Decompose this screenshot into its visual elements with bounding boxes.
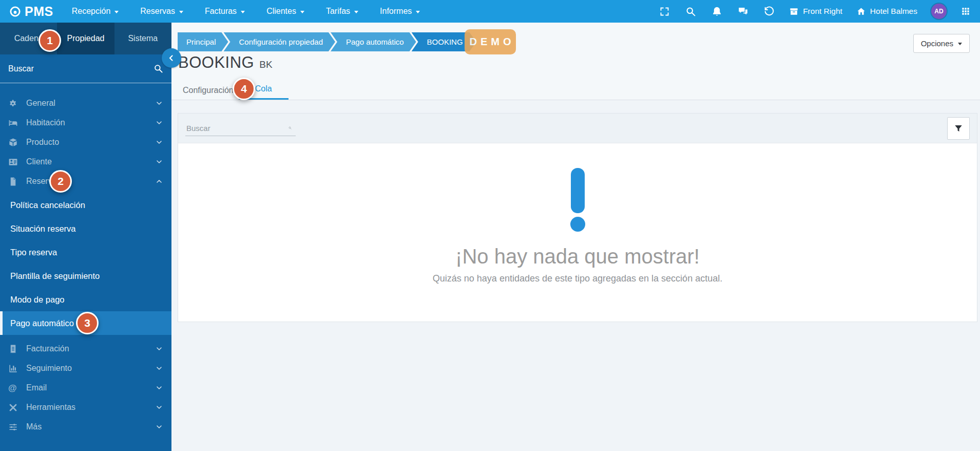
chevron-down-icon bbox=[155, 384, 163, 392]
sidebar-item-mas[interactable]: Más bbox=[0, 417, 171, 437]
options-label: Opciones bbox=[921, 39, 953, 48]
search-icon[interactable] bbox=[684, 5, 697, 17]
sidebar-item-label: Habitación bbox=[26, 118, 155, 127]
sidebar-item-reserva[interactable]: Reserva bbox=[0, 172, 171, 191]
step-annotation-1: 1 bbox=[39, 29, 61, 52]
chevron-down-icon bbox=[300, 11, 304, 13]
app-logo-text: PMS bbox=[25, 4, 53, 19]
sidebar-search-input[interactable] bbox=[8, 64, 153, 73]
breadcrumb-item-configuracion-propiedad[interactable]: Configuración propiedad bbox=[224, 32, 335, 51]
filter-button[interactable] bbox=[947, 117, 970, 140]
breadcrumb-item-pago-automatico[interactable]: Pago automático bbox=[331, 32, 416, 51]
topbar-menu-recepcion[interactable]: Recepción bbox=[72, 7, 119, 16]
topbar-menu-label: Reservas bbox=[140, 7, 175, 16]
sidebar-subitem-tipo-reserva[interactable]: Tipo reserva bbox=[0, 240, 171, 264]
sliders-icon bbox=[8, 422, 22, 432]
sidebar-tab-propiedad[interactable]: Propiedad bbox=[57, 23, 114, 54]
property-selector[interactable]: Hotel Balmes bbox=[856, 7, 917, 16]
chevron-down-icon bbox=[155, 119, 163, 127]
demo-watermark: DEMO bbox=[465, 29, 516, 54]
chevron-down-icon bbox=[155, 345, 163, 353]
sidebar-item-facturacion[interactable]: Facturación bbox=[0, 339, 171, 359]
history-icon[interactable] bbox=[763, 5, 775, 17]
sidebar-tab-sistema[interactable]: Sistema bbox=[114, 23, 171, 54]
receipt-icon bbox=[8, 344, 22, 354]
sidebar-item-habitacion[interactable]: Habitación bbox=[0, 113, 171, 133]
funnel-icon bbox=[954, 124, 963, 133]
topbar-right: Front Right Hotel Balmes AD bbox=[658, 4, 971, 19]
sidebar-item-email[interactable]: @Email bbox=[0, 378, 171, 398]
sidebar-subitem-modo-de-pago[interactable]: Modo de pago bbox=[0, 288, 171, 311]
topbar-menu-label: Tarifas bbox=[326, 7, 350, 16]
app-body: CadenaPropiedadSistema GeneralHabitación… bbox=[0, 23, 980, 451]
topbar-menu-informes[interactable]: Informes bbox=[380, 7, 420, 16]
front-office-selector[interactable]: Front Right bbox=[789, 7, 842, 16]
step-annotation-2: 2 bbox=[49, 170, 72, 193]
options-button[interactable]: Opciones bbox=[913, 34, 970, 53]
chevron-down-icon bbox=[155, 158, 163, 166]
sidebar-item-cliente[interactable]: Cliente bbox=[0, 152, 171, 172]
sidebar-item-herramientas[interactable]: Herramientas bbox=[0, 398, 171, 417]
tools-icon bbox=[8, 403, 22, 412]
at-icon: @ bbox=[8, 383, 22, 393]
breadcrumb-item-principal[interactable]: Principal bbox=[178, 32, 228, 51]
home-icon bbox=[856, 7, 866, 16]
queue-panel: ¡No hay nada que mostrar! Quizás no haya… bbox=[178, 113, 977, 322]
panel-toolbar bbox=[178, 114, 977, 143]
chevron-down-icon bbox=[155, 403, 163, 411]
id-card-icon bbox=[8, 157, 22, 167]
sidebar-item-seguimiento[interactable]: Seguimiento bbox=[0, 359, 171, 378]
panel-search-input[interactable] bbox=[186, 124, 289, 133]
sidebar-item-general[interactable]: General bbox=[0, 93, 171, 113]
sidebar-item-producto[interactable]: Producto bbox=[0, 133, 171, 152]
chevron-down-icon bbox=[155, 99, 163, 107]
search-icon[interactable] bbox=[289, 123, 292, 133]
chevron-down-icon bbox=[179, 11, 183, 13]
sidebar-item-label: Producto bbox=[26, 138, 155, 147]
chevron-down-icon bbox=[241, 11, 245, 13]
apps-grid-icon[interactable] bbox=[960, 6, 971, 16]
topbar-menu-reservas[interactable]: Reservas bbox=[140, 7, 183, 16]
chevron-down-icon bbox=[354, 11, 358, 13]
panel-search bbox=[185, 120, 296, 136]
chevron-down-icon bbox=[155, 364, 163, 372]
page-tabs: ConfiguraciónCola bbox=[171, 79, 289, 100]
exclamation-dot bbox=[570, 217, 585, 232]
sidebar-item-label: Herramientas bbox=[26, 403, 155, 412]
sidebar-collapse-button[interactable] bbox=[162, 48, 181, 68]
sidebar-subitem-plantilla-de-seguimiento[interactable]: Plantilla de seguimiento bbox=[0, 264, 171, 288]
chevron-down-icon bbox=[416, 11, 420, 13]
chat-icon[interactable] bbox=[737, 5, 749, 17]
archive-icon bbox=[789, 7, 799, 16]
topbar-menu-facturas[interactable]: Facturas bbox=[205, 7, 245, 16]
chevron-down-icon bbox=[114, 11, 119, 13]
sidebar-menu: GeneralHabitaciónProductoClienteReservaP… bbox=[0, 83, 171, 437]
page-subtitle: BK bbox=[259, 59, 272, 70]
logo-icon bbox=[9, 6, 21, 17]
sidebar-search bbox=[0, 54, 171, 83]
avatar[interactable]: AD bbox=[931, 4, 947, 19]
sidebar-subitem-situacion-reserva[interactable]: Situación reserva bbox=[0, 217, 171, 240]
topbar-menu-clientes[interactable]: Clientes bbox=[266, 7, 304, 16]
sidebar-item-label: Email bbox=[26, 383, 155, 392]
topbar-menu-tarifas[interactable]: Tarifas bbox=[326, 7, 358, 16]
gears-icon bbox=[8, 99, 22, 108]
chart-icon bbox=[8, 364, 22, 373]
chevron-up-icon bbox=[155, 177, 163, 185]
bed-icon bbox=[8, 118, 22, 128]
app-logo[interactable]: PMS bbox=[9, 4, 53, 19]
page-title-text: BOOKING bbox=[178, 53, 254, 71]
topbar-menu: RecepciónReservasFacturasClientesTarifas… bbox=[72, 7, 420, 16]
step-annotation-4: 4 bbox=[233, 78, 255, 100]
sidebar-item-label: Seguimiento bbox=[26, 364, 155, 373]
front-office-label: Front Right bbox=[803, 7, 842, 16]
exclamation-icon bbox=[571, 168, 585, 213]
search-icon[interactable] bbox=[153, 64, 163, 73]
sidebar-subitem-politica-cancelacion[interactable]: Política cancelación bbox=[0, 193, 171, 217]
file-icon bbox=[8, 177, 22, 186]
sidebar-item-label: Más bbox=[26, 422, 155, 431]
empty-state-subtitle: Quizás no haya entidades de este tipo ag… bbox=[433, 273, 722, 284]
bell-icon[interactable] bbox=[710, 5, 723, 17]
tab-configuracion[interactable]: Configuración bbox=[178, 81, 239, 100]
fullscreen-icon[interactable] bbox=[658, 5, 670, 17]
